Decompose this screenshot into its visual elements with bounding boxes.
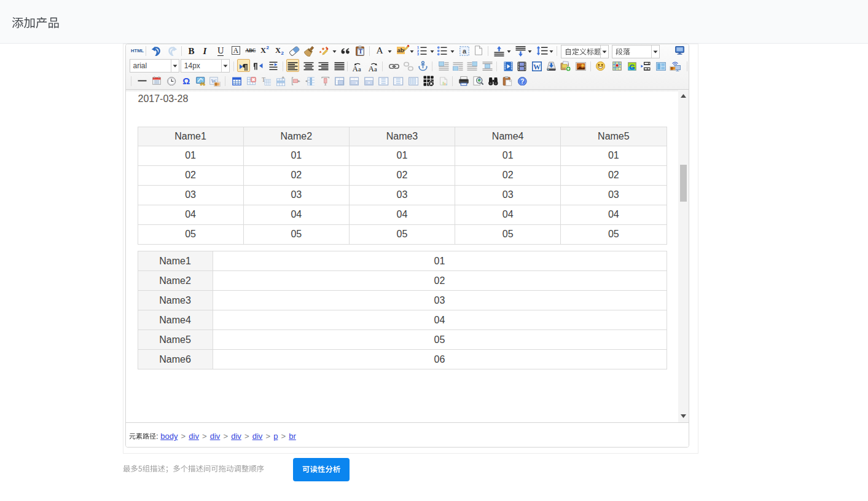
svg-text:a: a <box>358 66 361 71</box>
svg-text:a: a <box>462 47 466 55</box>
svg-text:G: G <box>630 63 635 70</box>
svg-text:W: W <box>533 62 541 71</box>
svg-text:3: 3 <box>417 52 419 55</box>
svg-text:T: T <box>359 49 363 55</box>
svg-text:?: ? <box>520 77 524 85</box>
svg-text:a: a <box>374 66 377 71</box>
svg-text:Ω: Ω <box>182 76 190 85</box>
